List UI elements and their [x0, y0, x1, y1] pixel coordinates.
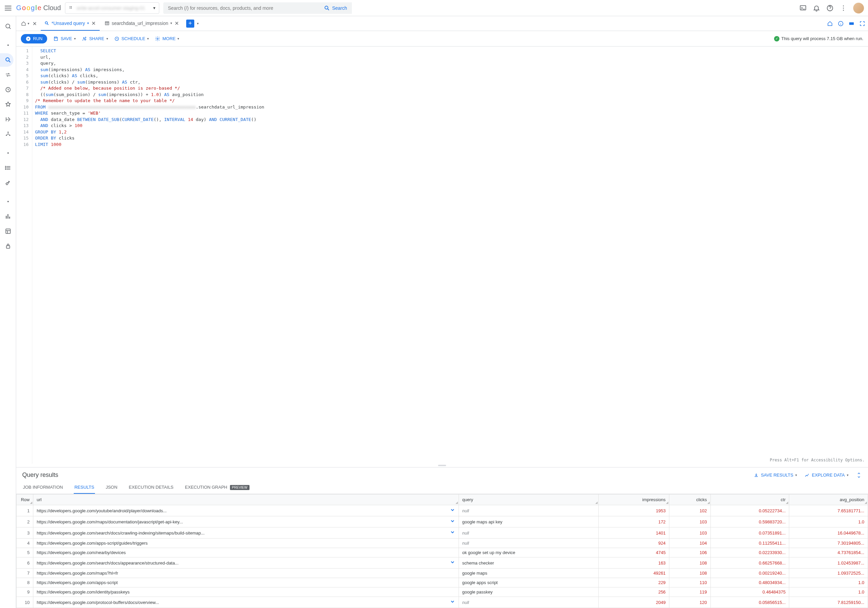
- nav-migration-icon[interactable]: [0, 113, 14, 126]
- table-row: 5https://developers.google.com/nearby/de…: [17, 548, 868, 557]
- cell-impressions: 163: [598, 557, 669, 569]
- nav-dashboard-icon[interactable]: [0, 210, 14, 223]
- cell-ctr: 0.11255411...: [710, 538, 789, 548]
- expand-row-icon[interactable]: [450, 599, 455, 606]
- project-selector[interactable]: write-accel-consumer-staging-01 ▾: [65, 2, 159, 14]
- nav-dot-2[interactable]: [0, 146, 14, 160]
- nav-lock-icon[interactable]: [0, 239, 14, 253]
- run-button[interactable]: RUN: [21, 34, 47, 44]
- tab-execution-graph[interactable]: EXECUTION GRAPH PREVIEW: [184, 481, 250, 494]
- info-icon[interactable]: [838, 20, 844, 26]
- svg-point-2: [69, 8, 70, 8]
- nav-sql-workspace[interactable]: [0, 53, 14, 67]
- table-row: 2https://developers.google.com/maps/docu…: [17, 516, 868, 527]
- status-text: This query will process 7.15 GB when run…: [781, 36, 863, 41]
- search-button[interactable]: Search: [319, 2, 352, 14]
- tab-results[interactable]: RESULTS: [74, 481, 95, 494]
- schedule-button[interactable]: SCHEDULE▾: [114, 36, 149, 42]
- close-icon[interactable]: [32, 21, 37, 26]
- search-label: Search: [332, 5, 347, 11]
- chevron-down-icon[interactable]: ▾: [170, 21, 172, 25]
- gear-icon: [155, 36, 160, 42]
- nav-dot-1[interactable]: [0, 39, 14, 52]
- cloud-shell-icon[interactable]: [799, 5, 807, 12]
- expand-row-icon[interactable]: [450, 518, 455, 525]
- tab-execution-details[interactable]: EXECUTION DETAILS: [128, 481, 174, 494]
- column-header[interactable]: avg_position◢: [789, 494, 868, 505]
- column-header[interactable]: impressions◢: [598, 494, 669, 505]
- row-number: 2: [17, 516, 33, 527]
- cell-avg-position: 16.0449678...: [789, 527, 868, 538]
- results-table-wrap[interactable]: Row◢url◢query◢impressions◢clicks◢ctr◢avg…: [16, 494, 868, 608]
- table-row: 8https://developers.google.com/apps-scri…: [17, 578, 868, 588]
- close-icon[interactable]: [174, 20, 180, 26]
- column-header[interactable]: Row◢: [17, 494, 33, 505]
- save-button[interactable]: SAVE▾: [53, 36, 76, 42]
- cell-clicks: 104: [669, 538, 710, 548]
- new-tab-button[interactable]: +: [186, 20, 194, 28]
- explore-data-button[interactable]: EXPLORE DATA ▾: [804, 473, 848, 478]
- search-input[interactable]: [163, 5, 319, 11]
- cell-clicks: 120: [669, 597, 710, 608]
- keyboard-icon[interactable]: [848, 20, 854, 26]
- column-header[interactable]: ctr◢: [710, 494, 789, 505]
- menu-button[interactable]: [4, 4, 12, 12]
- expand-collapse-icon[interactable]: [856, 472, 862, 478]
- more-vert-icon[interactable]: [840, 5, 847, 12]
- nav-dot-3[interactable]: [0, 195, 14, 208]
- fullscreen-icon[interactable]: [859, 20, 865, 26]
- notifications-icon[interactable]: [813, 5, 820, 12]
- help-icon[interactable]: [826, 5, 834, 12]
- column-header[interactable]: url◢: [33, 494, 459, 505]
- google-cloud-logo[interactable]: Google Cloud: [16, 4, 61, 12]
- table-row: 3https://developers.google.com/search/do…: [17, 527, 868, 538]
- user-avatar[interactable]: [853, 3, 864, 14]
- chevron-down-icon[interactable]: ▾: [28, 22, 29, 25]
- column-header[interactable]: query◢: [459, 494, 598, 505]
- nav-bi-engine-icon[interactable]: [0, 224, 14, 238]
- nav-bigquery-icon[interactable]: [0, 20, 14, 33]
- nav-scheduled-queries[interactable]: [0, 83, 14, 96]
- tab-json[interactable]: JSON: [105, 481, 118, 494]
- cell-ctr: 0.46484375: [710, 588, 789, 597]
- row-number: 4: [17, 538, 33, 548]
- expand-row-icon[interactable]: [450, 507, 455, 514]
- share-button[interactable]: SHARE▾: [82, 36, 108, 42]
- nav-wrench-icon[interactable]: [0, 176, 14, 190]
- table-row: 6https://developers.google.com/search/do…: [17, 557, 868, 569]
- svg-point-10: [843, 10, 844, 11]
- svg-point-1: [71, 6, 72, 7]
- tab-job-information[interactable]: JOB INFORMATION: [22, 481, 64, 494]
- home-icon[interactable]: [21, 21, 26, 26]
- close-icon[interactable]: [91, 20, 96, 26]
- svg-line-35: [47, 23, 48, 25]
- svg-rect-48: [55, 37, 57, 38]
- tab-unsaved-query[interactable]: *Unsaved query ▾: [41, 16, 100, 31]
- editor-footer-hint: Press Alt+F1 for Accessibility Options.: [770, 457, 865, 463]
- drag-handle[interactable]: [16, 464, 868, 467]
- save-results-button[interactable]: SAVE RESULTS ▾: [753, 473, 797, 478]
- cell-url: https://developers.google.com/protocol-b…: [33, 597, 459, 608]
- code-area[interactable]: SELECT url, query, sum(impressions) AS i…: [32, 47, 868, 464]
- expand-row-icon[interactable]: [450, 560, 455, 566]
- cell-clicks: 103: [669, 527, 710, 538]
- home-outline-icon[interactable]: [827, 20, 833, 26]
- nav-list-icon[interactable]: [0, 161, 14, 174]
- svg-line-12: [9, 27, 11, 29]
- results-panel: Query results SAVE RESULTS ▾ EXPLORE DAT…: [16, 467, 868, 608]
- nav-data-transfer[interactable]: [0, 68, 14, 82]
- explore-data-label: EXPLORE DATA: [812, 473, 845, 477]
- nav-tree-icon[interactable]: [0, 128, 14, 141]
- chevron-down-icon[interactable]: ▾: [197, 22, 198, 25]
- sql-editor[interactable]: 12345678910111213141516 SELECT url, quer…: [16, 47, 868, 464]
- cell-url: https://developers.google.com/nearby/dev…: [33, 548, 459, 557]
- svg-rect-46: [849, 22, 854, 25]
- preview-badge: PREVIEW: [230, 485, 250, 490]
- column-header[interactable]: clicks◢: [669, 494, 710, 505]
- tab-searchdata-table[interactable]: searchdata_url_impression ▾: [101, 16, 183, 31]
- expand-row-icon[interactable]: [450, 529, 455, 536]
- nav-star-icon[interactable]: [0, 98, 14, 111]
- chevron-down-icon[interactable]: ▾: [87, 21, 89, 25]
- project-icon: [69, 5, 74, 11]
- more-button[interactable]: MORE▾: [155, 36, 179, 42]
